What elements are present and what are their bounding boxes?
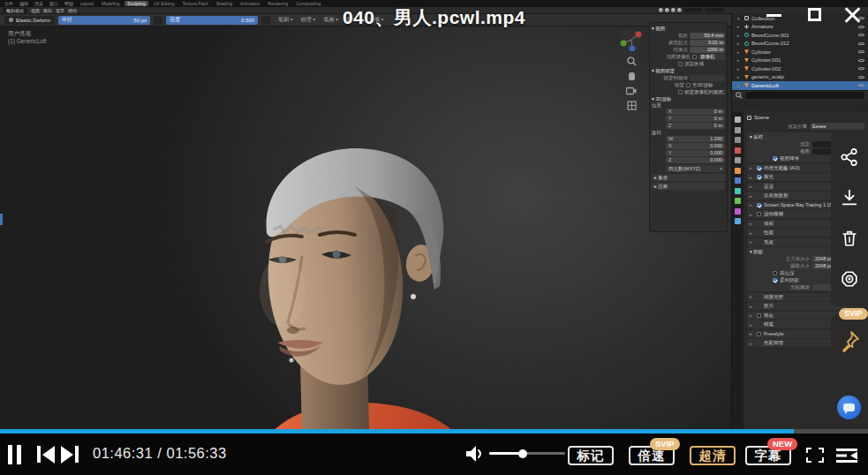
navigation-gizmo[interactable] xyxy=(620,28,643,51)
tab-viewlayer-icon[interactable] xyxy=(735,137,741,143)
outliner-item-generic-scalp[interactable]: ▸generic_scalp xyxy=(732,73,868,82)
model-male-head[interactable] xyxy=(247,141,477,429)
trash-icon[interactable] xyxy=(840,229,859,248)
menu-file[interactable]: 文件 xyxy=(3,1,15,6)
clip-end-field[interactable]: 1000 m xyxy=(690,47,725,53)
close-button[interactable] xyxy=(843,6,861,24)
cursor-rot-z[interactable]: Z0.000 xyxy=(666,157,725,163)
menu-help[interactable]: 帮助 xyxy=(63,1,75,6)
visibility-eye-icon[interactable] xyxy=(858,49,864,55)
brush-selector[interactable]: Elastic Deform xyxy=(4,16,55,25)
outliner-item-genericluft-selected[interactable]: ▸GenericLuft xyxy=(732,81,868,90)
scene-breadcrumb[interactable]: Scene xyxy=(747,113,864,122)
quality-button[interactable]: 超清 xyxy=(690,446,736,465)
outliner-search-input[interactable] xyxy=(745,92,864,99)
camera-field[interactable]: 摄像机 xyxy=(698,54,725,60)
pin-icon[interactable] xyxy=(839,330,860,353)
dropdown-texture[interactable]: 纹理 xyxy=(301,16,316,24)
volume-handle[interactable] xyxy=(518,449,527,458)
visibility-eye-icon[interactable] xyxy=(858,32,864,38)
viewport-menu-facesets[interactable]: 面组 xyxy=(68,8,77,13)
section-view[interactable]: ▾ 视图 xyxy=(652,25,725,32)
chat-bubble-button[interactable] xyxy=(837,396,861,419)
ao-checkbox[interactable] xyxy=(757,166,761,170)
volume-icon[interactable] xyxy=(465,445,485,463)
section-3d-cursor[interactable]: ▾ 3D游标 xyxy=(652,95,725,102)
pause-button[interactable] xyxy=(8,445,21,464)
tab-object-icon[interactable] xyxy=(735,168,741,174)
dropdown-options[interactable]: 选项 xyxy=(369,16,384,24)
record-icon[interactable] xyxy=(840,269,859,289)
mode-selector[interactable]: 雕刻模式 xyxy=(3,8,27,13)
visibility-eye-icon[interactable] xyxy=(858,82,864,88)
ssrt-checkbox[interactable] xyxy=(757,203,761,207)
download-icon[interactable] xyxy=(840,188,859,207)
strength-slider[interactable]: 强度 0.500 xyxy=(166,16,258,25)
tab-render-icon[interactable] xyxy=(735,117,741,123)
visibility-eye-icon[interactable] xyxy=(858,74,864,80)
bloom-checkbox[interactable] xyxy=(757,175,761,179)
freestyle-checkbox[interactable] xyxy=(757,332,761,336)
outliner-item-cylinder001[interactable]: ▸Cylinder.001 xyxy=(732,57,868,65)
motion-blur-checkbox[interactable] xyxy=(757,212,761,216)
dropdown-brush[interactable]: 笔刷 xyxy=(278,16,293,24)
shading-solid-icon[interactable] xyxy=(665,8,669,12)
workspace-tab-animation[interactable]: Animation xyxy=(238,1,262,6)
overlay-dropdown[interactable] xyxy=(683,8,703,12)
viewport-menu-sculpt[interactable]: 雕刻 xyxy=(43,8,52,13)
cursor-loc-x[interactable]: X0 m xyxy=(666,109,725,115)
cursor-rot-y[interactable]: Y0.000 xyxy=(666,150,725,156)
section-collections[interactable]: ▸ 集合 xyxy=(652,174,725,181)
tab-modifier-icon[interactable] xyxy=(735,177,741,184)
tab-output-icon[interactable] xyxy=(735,127,741,133)
shading-rendered-icon[interactable] xyxy=(677,8,682,12)
workspace-tab-modeling[interactable]: Modeling xyxy=(99,1,122,6)
menu-render[interactable]: 渲染 xyxy=(33,1,45,6)
outliner-item-cylinder[interactable]: ▸Cylinder xyxy=(732,48,868,57)
tab-physics-icon[interactable] xyxy=(735,198,741,204)
shading-material-icon[interactable] xyxy=(671,8,676,12)
visibility-eye-icon[interactable] xyxy=(858,65,864,72)
next-button[interactable] xyxy=(61,446,79,463)
tab-constraints-icon[interactable] xyxy=(735,208,741,215)
render-region-checkbox[interactable] xyxy=(678,62,683,66)
workspace-tab-rendering[interactable]: Rendering xyxy=(265,1,291,6)
playlist-button[interactable] xyxy=(835,448,858,464)
visibility-eye-icon[interactable] xyxy=(858,41,864,47)
workspace-tab-layout[interactable]: Layout xyxy=(78,1,96,6)
tab-scene-icon[interactable] xyxy=(735,147,741,154)
outliner-item-bevelcurve012[interactable]: ▸BevelCurve.012 xyxy=(732,40,868,49)
local-camera-checkbox[interactable] xyxy=(692,55,697,59)
menu-window[interactable]: 窗口 xyxy=(48,1,60,6)
workspace-tab-shading[interactable]: Shading xyxy=(214,1,235,6)
workspace-tab-uvediting[interactable]: UV Editing xyxy=(151,1,177,6)
visibility-eye-icon[interactable] xyxy=(858,57,864,64)
render-engine-dropdown[interactable]: Eevee xyxy=(810,123,864,130)
pin-panel[interactable]: SVIP xyxy=(831,314,868,369)
section-annotations[interactable]: ▸ 注释 xyxy=(652,183,725,190)
radius-slider[interactable]: 半径 50 px xyxy=(58,16,150,25)
volume-slider[interactable] xyxy=(489,452,565,455)
lock-camera-checkbox[interactable] xyxy=(678,90,683,94)
strength-pressure-icon[interactable] xyxy=(261,16,270,25)
clip-start-field[interactable]: 0.01 m xyxy=(690,40,725,46)
lock-object-field[interactable] xyxy=(690,75,725,81)
cursor-rot-x[interactable]: X0.000 xyxy=(666,143,725,149)
viewport-menu-view[interactable]: 视图 xyxy=(31,8,40,13)
viewport-denoise-checkbox[interactable] xyxy=(773,156,777,161)
tab-particles-icon[interactable] xyxy=(735,188,741,194)
mark-button[interactable]: 标记 xyxy=(568,446,614,465)
visibility-eye-icon[interactable] xyxy=(858,24,864,30)
dropdown-falloff[interactable]: 衰减 xyxy=(346,16,361,24)
menu-edit[interactable]: 编辑 xyxy=(18,1,30,6)
radius-pressure-icon[interactable] xyxy=(154,16,162,25)
viewport-menu-mask[interactable]: 遮罩 xyxy=(56,8,64,13)
fullscreen-button[interactable] xyxy=(806,448,824,463)
outliner-item-cylinder002[interactable]: ▸Cylinder.002 xyxy=(732,64,868,73)
soft-shadows-checkbox[interactable] xyxy=(773,278,777,283)
active-tool-indicator[interactable] xyxy=(0,214,3,225)
cursor-loc-y[interactable]: Y0 m xyxy=(666,116,725,122)
gizmo-dropdown[interactable] xyxy=(705,8,724,12)
cursor-loc-z[interactable]: Z0 m xyxy=(666,123,725,129)
workspace-tab-sculpting[interactable]: Sculpting xyxy=(125,1,148,6)
